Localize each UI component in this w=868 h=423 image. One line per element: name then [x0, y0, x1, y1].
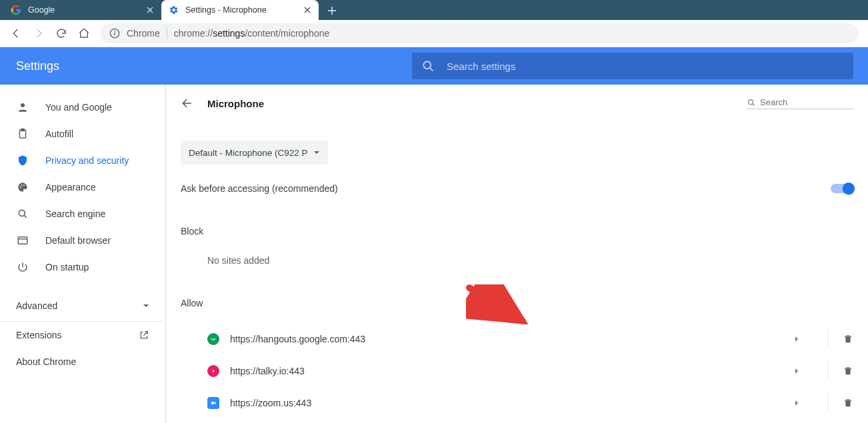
content-title: Microphone [207, 98, 264, 109]
content-search-input[interactable] [760, 97, 868, 107]
ask-before-accessing-row: Ask before accessing (recommended) [181, 183, 853, 194]
browser-toolbar: Chrome chrome://settings/content/microph… [0, 20, 868, 47]
trash-icon[interactable] [843, 365, 853, 377]
sidebar-item-default-browser[interactable]: Default browser [0, 227, 165, 254]
allow-item[interactable]: https://hangouts.google.com:443 [181, 323, 853, 355]
gear-icon [168, 5, 179, 15]
shield-icon [16, 154, 29, 167]
sidebar-advanced[interactable]: Advanced [0, 290, 165, 322]
settings-content: Microphone Default - Microphone (C922 P … [166, 85, 868, 423]
site-url: https://hangouts.google.com:443 [230, 334, 794, 344]
block-heading: Block [181, 226, 853, 236]
reload-icon[interactable] [55, 27, 68, 40]
person-icon [16, 101, 29, 114]
tab-google[interactable]: Google [4, 0, 161, 20]
page-title: Settings [0, 59, 412, 73]
sidebar-item-autofill[interactable]: Autofill [0, 121, 165, 147]
about-label: About Chrome [16, 356, 76, 367]
omnibox-label: Chrome [127, 28, 160, 39]
back-icon[interactable] [9, 27, 23, 40]
sidebar-item-privacy[interactable]: Privacy and security [0, 147, 165, 174]
sidebar-item-label: Default browser [45, 235, 111, 246]
tab-title: Google [28, 5, 145, 15]
extensions-label: Extensions [16, 330, 61, 340]
svg-point-4 [21, 103, 25, 107]
search-icon [421, 59, 435, 73]
chevron-right-icon[interactable] [794, 400, 799, 406]
window-icon [16, 234, 29, 247]
content-search[interactable] [747, 97, 853, 109]
microphone-device-select[interactable]: Default - Microphone (C922 P [181, 141, 328, 165]
sidebar-item-label: Privacy and security [45, 155, 129, 166]
site-favicon [207, 365, 219, 377]
allow-heading: Allow [181, 298, 853, 308]
svg-rect-2 [114, 33, 115, 36]
search-icon [747, 98, 756, 107]
svg-point-13 [210, 336, 217, 342]
svg-rect-11 [18, 237, 27, 244]
chevron-right-icon[interactable] [794, 336, 799, 342]
svg-rect-6 [21, 129, 25, 131]
svg-point-9 [23, 185, 25, 186]
omnibox[interactable]: Chrome chrome://settings/content/microph… [100, 23, 859, 43]
sidebar-about-chrome[interactable]: About Chrome [0, 348, 165, 375]
sidebar-item-label: On startup [45, 262, 89, 272]
new-tab-button[interactable] [323, 1, 341, 20]
svg-point-1 [114, 31, 115, 32]
ask-label: Ask before accessing (recommended) [181, 183, 338, 194]
allow-item[interactable]: https://talky.io:443 [181, 355, 853, 387]
sidebar: You and Google Autofill Privacy and secu… [0, 85, 165, 423]
sidebar-item-label: Appearance [45, 182, 96, 193]
block-empty-text: No sites added [207, 255, 853, 266]
advanced-label: Advanced [16, 300, 57, 311]
sidebar-item-label: Search engine [45, 209, 105, 219]
sidebar-item-search-engine[interactable]: Search engine [0, 201, 165, 227]
chevron-down-icon [143, 302, 149, 309]
settings-appbar: Settings [0, 47, 868, 85]
tab-settings[interactable]: Settings - Microphone [161, 0, 319, 20]
omnibox-separator [167, 27, 167, 39]
power-icon [16, 260, 29, 274]
ask-toggle[interactable] [831, 184, 853, 193]
site-favicon [207, 397, 219, 409]
chevron-right-icon[interactable] [794, 368, 799, 374]
separator [827, 329, 828, 349]
sidebar-item-you-and-google[interactable]: You and Google [0, 94, 165, 121]
site-favicon [207, 333, 219, 345]
svg-point-8 [21, 185, 23, 186]
sidebar-item-appearance[interactable]: Appearance [0, 174, 165, 201]
trash-icon[interactable] [843, 333, 853, 345]
close-icon[interactable] [303, 5, 312, 15]
site-info-icon[interactable] [109, 28, 120, 39]
site-url: https://zoom.us:443 [230, 398, 794, 408]
clipboard-icon [16, 127, 29, 141]
device-label: Default - Microphone (C922 P [189, 148, 308, 158]
settings-search[interactable] [412, 53, 853, 79]
settings-search-input[interactable] [447, 61, 844, 72]
sidebar-item-on-startup[interactable]: On startup [0, 254, 165, 280]
back-arrow-icon[interactable] [181, 97, 194, 110]
allow-list: https://hangouts.google.com:443 https://… [181, 323, 853, 419]
google-favicon [11, 5, 21, 15]
svg-point-7 [20, 187, 21, 188]
sidebar-item-label: You and Google [45, 102, 112, 113]
browser-tabstrip: Google Settings - Microphone [0, 0, 868, 20]
svg-rect-16 [211, 402, 214, 404]
separator [827, 393, 828, 413]
sidebar-extensions[interactable]: Extensions [0, 322, 165, 348]
omnibox-url: chrome://settings/content/microphone [174, 28, 329, 39]
forward-icon[interactable] [32, 27, 45, 40]
svg-point-3 [423, 61, 431, 69]
separator [827, 361, 828, 381]
home-icon[interactable] [77, 27, 91, 40]
allow-item[interactable]: https://zoom.us:443 [181, 387, 853, 419]
dropdown-icon [313, 149, 320, 156]
tab-title: Settings - Microphone [185, 5, 303, 15]
sidebar-item-label: Autofill [45, 129, 73, 139]
trash-icon[interactable] [843, 397, 853, 409]
svg-point-12 [749, 99, 753, 104]
palette-icon [16, 181, 29, 194]
site-url: https://talky.io:443 [230, 366, 794, 376]
search-icon [16, 207, 29, 220]
close-icon[interactable] [145, 5, 155, 15]
